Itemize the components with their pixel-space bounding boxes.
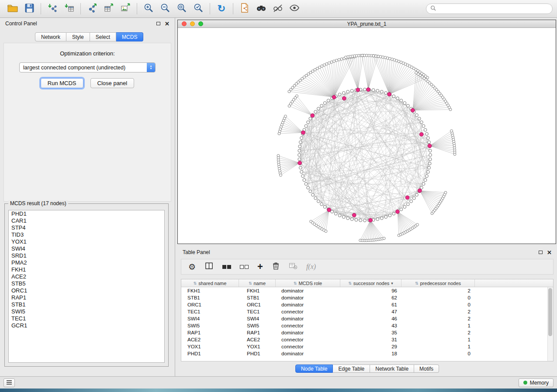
mcds-result-item[interactable]: SRD1: [9, 252, 164, 259]
mcds-result-list[interactable]: PHD1CAR1STP4TID3YOX1SWI4SRD1PMA2FKH1ACE2…: [8, 210, 165, 363]
toolbar-separator: [210, 3, 210, 14]
mcds-result-item[interactable]: SWI4: [9, 245, 164, 252]
control-panel-header: Control Panel ✕: [0, 18, 175, 29]
zoom-out-button[interactable]: [157, 2, 173, 16]
control-panel-tabs: Network Style Select MCDS: [35, 32, 143, 41]
table-row[interactable]: ACE2ACE2connector311: [181, 336, 553, 343]
zoom-selected-icon: [193, 3, 204, 15]
table-header-row: ⇅ shared name ⇅ name ⇅ MCDS role ⇅ succe…: [181, 279, 553, 287]
mcds-result-item[interactable]: YOX1: [9, 238, 164, 245]
mcds-result-item[interactable]: GCR1: [9, 322, 164, 329]
table-row[interactable]: PHD1PHD1dominator180: [181, 350, 553, 357]
tab-network-table[interactable]: Network Table: [370, 364, 414, 373]
search-network-button[interactable]: [253, 2, 270, 16]
column-header-name[interactable]: ⇅ name: [239, 279, 276, 287]
table-panel-header: Table Panel ✕: [177, 247, 557, 258]
float-panel-icon[interactable]: [539, 251, 543, 254]
show-details-button[interactable]: [286, 2, 303, 16]
save-session-button[interactable]: [21, 2, 38, 16]
task-history-button[interactable]: [3, 378, 15, 387]
eye-icon: [289, 3, 300, 15]
zoom-in-icon: [143, 3, 154, 15]
tab-motifs[interactable]: Motifs: [414, 364, 439, 373]
table-row[interactable]: TEC1TEC1connector472: [181, 308, 553, 315]
network-canvas[interactable]: [178, 28, 556, 244]
table-row[interactable]: SWI4SWI4dominator462: [181, 315, 553, 322]
table-row[interactable]: FKH1FKH1dominator962: [181, 287, 553, 294]
column-header-mcds-role[interactable]: ⇅ MCDS role: [276, 279, 340, 287]
window-controls: [182, 21, 203, 26]
minimize-window-icon[interactable]: [190, 21, 195, 26]
close-panel-icon[interactable]: ✕: [547, 250, 552, 255]
mcds-result-item[interactable]: STB1: [9, 301, 164, 308]
table-panel: Table Panel ✕ ⚙ + f(x) ⇅: [177, 247, 557, 376]
add-column-icon[interactable]: +: [257, 262, 263, 272]
export-image-button[interactable]: [117, 2, 134, 16]
mcds-result-item[interactable]: STP4: [9, 224, 164, 231]
table-row[interactable]: RAP1RAP1dominator352: [181, 329, 553, 336]
node-table-body: FKH1FKH1dominator962STB1STB1dominator620…: [181, 287, 553, 357]
zoom-selected-button[interactable]: [190, 2, 207, 16]
tab-select[interactable]: Select: [90, 32, 116, 41]
float-panel-icon[interactable]: [156, 22, 160, 25]
tab-network[interactable]: Network: [35, 32, 66, 41]
deselect-all-columns-icon[interactable]: [240, 265, 249, 269]
close-panel-button[interactable]: Close panel: [90, 78, 135, 88]
mcds-result-item[interactable]: ACE2: [9, 273, 164, 280]
column-header-shared-name[interactable]: ⇅ shared name: [181, 279, 239, 287]
mcds-result-item[interactable]: CAR1: [9, 217, 164, 224]
column-header-successor-nodes[interactable]: ⇅ successor nodes ▾: [340, 279, 401, 287]
mcds-result-legend: MCDS result (17 nodes): [8, 200, 68, 206]
save-icon: [24, 3, 35, 15]
select-all-columns-icon[interactable]: [222, 265, 231, 269]
mcds-result-item[interactable]: FKH1: [9, 266, 164, 273]
mcds-result-item[interactable]: ORC1: [9, 287, 164, 294]
control-panel: Control Panel ✕ Network Style Select MCD…: [0, 18, 175, 376]
table-row[interactable]: SWI5SWI5connector431: [181, 322, 553, 329]
close-window-icon[interactable]: [182, 21, 187, 26]
share-document-button[interactable]: [236, 2, 253, 16]
mcds-result-item[interactable]: STB5: [9, 280, 164, 287]
table-options-gear-icon[interactable]: ⚙: [188, 263, 196, 271]
scrollbar-thumb[interactable]: [548, 288, 552, 336]
export-table-button[interactable]: [100, 2, 117, 16]
mcds-result-item[interactable]: TEC1: [9, 315, 164, 322]
delete-column-trash-icon[interactable]: [272, 261, 280, 272]
zoom-fit-button[interactable]: [173, 2, 190, 16]
show-columns-icon[interactable]: [204, 261, 214, 272]
criterion-select[interactable]: largest connected component (undirected)…: [19, 62, 156, 72]
tab-style[interactable]: Style: [66, 32, 90, 41]
export-table-icon: [104, 3, 114, 15]
column-header-predecessor-nodes[interactable]: ⇅ predecessor nodes: [401, 279, 475, 287]
network-graph[interactable]: [178, 28, 556, 244]
memory-button[interactable]: Memory: [519, 378, 554, 387]
close-panel-icon[interactable]: ✕: [165, 21, 170, 27]
table-row[interactable]: STB1STB1dominator620: [181, 294, 553, 301]
network-view-window: YPA_prune.txt_1: [177, 20, 556, 244]
hide-details-button[interactable]: [270, 2, 286, 16]
run-mcds-button[interactable]: Run MCDS: [41, 78, 83, 88]
zoom-in-button[interactable]: [140, 2, 157, 16]
tab-edge-table[interactable]: Edge Table: [333, 364, 370, 373]
table-row[interactable]: ORC1ORC1dominator610: [181, 301, 553, 308]
import-network-button[interactable]: [44, 2, 61, 16]
maximize-window-icon[interactable]: [198, 21, 203, 26]
mcds-result-item[interactable]: RAP1: [9, 294, 164, 301]
mcds-result-item[interactable]: TID3: [9, 231, 164, 238]
export-network-button[interactable]: [84, 2, 100, 16]
table-scrollbar[interactable]: [547, 287, 553, 361]
network-titlebar[interactable]: YPA_prune.txt_1: [178, 20, 556, 28]
open-session-button[interactable]: [4, 2, 21, 16]
import-table-button[interactable]: [61, 2, 77, 16]
tab-node-table[interactable]: Node Table: [295, 364, 333, 373]
mcds-result-item[interactable]: SWI5: [9, 308, 164, 315]
apply-layout-button[interactable]: ↻: [213, 2, 230, 16]
chevron-down-icon[interactable]: ▾: [391, 281, 393, 285]
search-input[interactable]: [439, 6, 548, 12]
toolbar-search[interactable]: [426, 3, 553, 14]
table-row[interactable]: YOX1YOX1connector291: [181, 343, 553, 350]
export-network-icon: [87, 3, 97, 15]
mcds-result-item[interactable]: PMA2: [9, 259, 164, 266]
tab-mcds[interactable]: MCDS: [116, 32, 143, 41]
mcds-result-item[interactable]: PHD1: [9, 210, 164, 217]
